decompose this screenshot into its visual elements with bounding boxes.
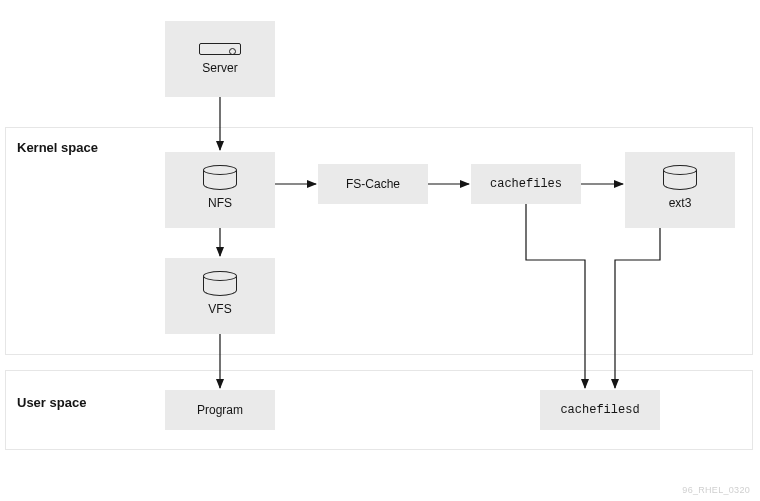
- server-icon: [199, 43, 241, 55]
- program-label: Program: [197, 403, 243, 417]
- fscache-node: FS-Cache: [318, 164, 428, 204]
- nfs-node: NFS: [165, 152, 275, 228]
- vfs-label: VFS: [208, 302, 231, 316]
- fscache-label: FS-Cache: [346, 177, 400, 191]
- cachefiles-label: cachefiles: [490, 177, 562, 191]
- watermark: 96_RHEL_0320: [682, 485, 750, 495]
- server-label: Server: [202, 61, 237, 75]
- server-node: Server: [165, 21, 275, 97]
- ext3-label: ext3: [669, 196, 692, 210]
- program-node: Program: [165, 390, 275, 430]
- disk-icon: [203, 276, 237, 296]
- cachefilesd-node: cachefilesd: [540, 390, 660, 430]
- kernel-space-label: Kernel space: [17, 140, 98, 155]
- disk-icon: [203, 170, 237, 190]
- disk-icon: [663, 170, 697, 190]
- user-space-label: User space: [17, 395, 86, 410]
- cachefiles-node: cachefiles: [471, 164, 581, 204]
- ext3-node: ext3: [625, 152, 735, 228]
- cachefilesd-label: cachefilesd: [560, 403, 639, 417]
- nfs-label: NFS: [208, 196, 232, 210]
- vfs-node: VFS: [165, 258, 275, 334]
